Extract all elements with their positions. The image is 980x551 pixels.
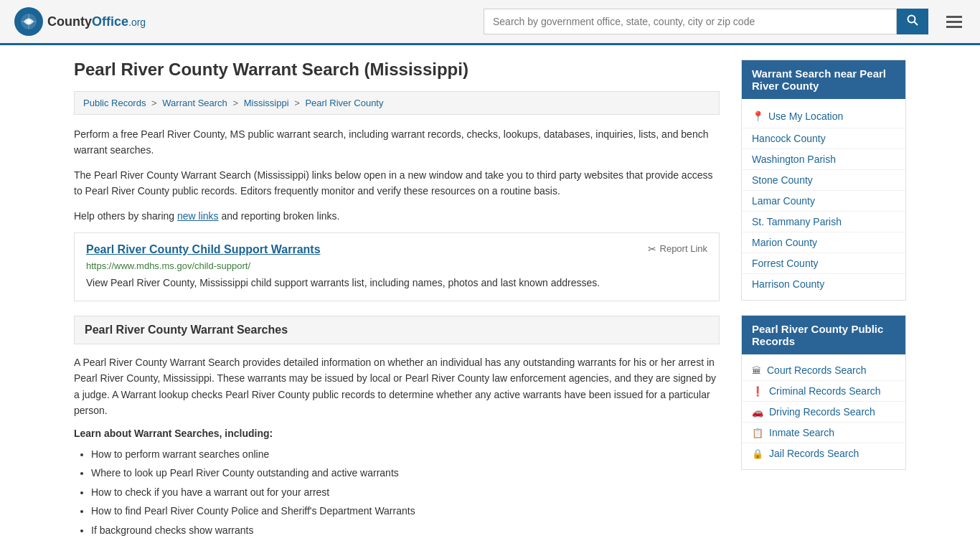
breadcrumb-pearl-river-county[interactable]: Pearl River County xyxy=(305,98,383,108)
sidebar-item-marion-county[interactable]: Marion County xyxy=(742,232,905,253)
result-card: Pearl River County Child Support Warrant… xyxy=(74,232,720,301)
svg-line-4 xyxy=(915,22,918,26)
search-area xyxy=(484,9,928,34)
sidebar-item-driving-records[interactable]: 🚗 Driving Records Search xyxy=(742,402,905,423)
intro-paragraph-3: Help others by sharing new links and rep… xyxy=(74,208,720,224)
result-title-link[interactable]: Pearl River County Child Support Warrant… xyxy=(86,243,321,255)
learn-title: Learn about Warrant Searches, including: xyxy=(74,428,720,439)
jail-icon: 🔒 xyxy=(752,448,763,459)
use-location-button[interactable]: 📍 Use My Location xyxy=(742,105,905,128)
list-item: How to find Pearl River County Police an… xyxy=(91,501,720,521)
sidebar-item-jail-records[interactable]: 🔒 Jail Records Search xyxy=(742,443,905,463)
svg-point-3 xyxy=(908,16,915,23)
list-item: How to check if you have a warrant out f… xyxy=(91,483,720,502)
sidebar: Warrant Search near Pearl River County 📍… xyxy=(741,60,906,540)
sidebar-item-hancock-county[interactable]: Hancock County xyxy=(742,128,905,149)
sidebar-item-criminal-records[interactable]: ❗ Criminal Records Search xyxy=(742,381,905,402)
sidebar-item-lamar-county[interactable]: Lamar County xyxy=(742,191,905,212)
breadcrumb: Public Records > Warrant Search > Missis… xyxy=(74,91,720,115)
sidebar-item-stone-county[interactable]: Stone County xyxy=(742,170,905,191)
logo-link[interactable]: CountyOffice.org xyxy=(14,7,146,36)
menu-line-3 xyxy=(946,26,962,28)
sidebar-item-inmate-search[interactable]: 📋 Inmate Search xyxy=(742,423,905,443)
driving-icon: 🚗 xyxy=(752,407,763,418)
content-area: Pearl River County Warrant Search (Missi… xyxy=(74,60,720,540)
sidebar-item-forrest-county[interactable]: Forrest County xyxy=(742,253,905,274)
sidebar-item-washington-parish[interactable]: Washington Parish xyxy=(742,149,905,170)
nearby-warrant-header: Warrant Search near Pearl River County xyxy=(742,60,905,99)
list-item: If background checks show warrants xyxy=(91,521,720,540)
learn-list: How to perform warrant searches online W… xyxy=(74,445,720,540)
page-title: Pearl River County Warrant Search (Missi… xyxy=(74,60,720,80)
public-records-box: Pearl River County Public Records 🏛 Cour… xyxy=(741,315,906,470)
result-card-header: Pearl River County Child Support Warrant… xyxy=(86,243,707,256)
list-item: Where to look up Pearl River County outs… xyxy=(91,463,720,483)
result-title: Pearl River County Child Support Warrant… xyxy=(86,243,321,256)
menu-line-1 xyxy=(946,16,962,18)
search-input[interactable] xyxy=(484,9,897,34)
section-header: Pearl River County Warrant Searches xyxy=(74,316,720,344)
court-icon: 🏛 xyxy=(752,365,761,376)
header: CountyOffice.org xyxy=(0,0,980,45)
location-pin-icon: 📍 xyxy=(752,110,764,122)
learn-section: Learn about Warrant Searches, including:… xyxy=(74,428,720,540)
result-url: https://www.mdhs.ms.gov/child-support/ xyxy=(86,260,707,271)
inmate-icon: 📋 xyxy=(752,428,763,438)
public-records-header: Pearl River County Public Records xyxy=(742,316,905,354)
public-records-content: 🏛 Court Records Search ❗ Criminal Record… xyxy=(742,354,905,469)
menu-button[interactable] xyxy=(943,12,966,32)
nearby-warrant-box: Warrant Search near Pearl River County 📍… xyxy=(741,60,906,301)
result-description: View Pearl River County, Mississippi chi… xyxy=(86,276,707,291)
breadcrumb-warrant-search[interactable]: Warrant Search xyxy=(162,98,227,108)
intro-paragraph-2: The Pearl River County Warrant Search (M… xyxy=(74,167,720,199)
intro-paragraph-1: Perform a free Pearl River County, MS pu… xyxy=(74,126,720,159)
report-link-button[interactable]: ✂ Report Link xyxy=(648,243,707,255)
menu-line-2 xyxy=(946,21,962,23)
breadcrumb-public-records[interactable]: Public Records xyxy=(83,98,146,108)
logo-text: CountyOffice.org xyxy=(47,14,146,29)
nearby-warrant-content: 📍 Use My Location Hancock County Washing… xyxy=(742,99,905,300)
criminal-icon: ❗ xyxy=(752,386,763,397)
sidebar-item-harrison-county[interactable]: Harrison County xyxy=(742,274,905,294)
logo-icon xyxy=(14,7,43,36)
new-links-link[interactable]: new links xyxy=(177,210,219,222)
report-icon: ✂ xyxy=(648,243,656,255)
list-item: How to perform warrant searches online xyxy=(91,445,720,464)
sidebar-item-court-records[interactable]: 🏛 Court Records Search xyxy=(742,360,905,381)
breadcrumb-mississippi[interactable]: Mississippi xyxy=(244,98,289,108)
main-container: Pearl River County Warrant Search (Missi… xyxy=(60,45,920,551)
search-button[interactable] xyxy=(897,9,928,34)
sidebar-item-st-tammany-parish[interactable]: St. Tammany Parish xyxy=(742,212,905,232)
section-description: A Pearl River County Warrant Search prov… xyxy=(74,354,720,419)
